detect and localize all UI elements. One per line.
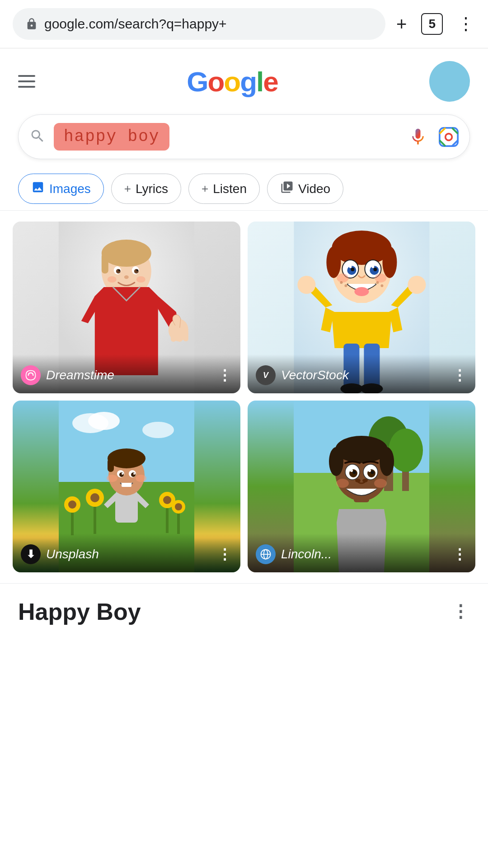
browser-menu-button[interactable]: ⋮ <box>457 19 475 29</box>
svg-point-15 <box>136 276 145 283</box>
svg-point-72 <box>131 472 136 477</box>
svg-point-88 <box>380 447 394 476</box>
tab-listen-label: Listen <box>213 182 247 196</box>
image-grid: Dreamstime ⋮ <box>13 222 475 572</box>
images-tab-icon <box>31 180 45 197</box>
svg-point-87 <box>329 447 343 476</box>
hamburger-menu[interactable] <box>18 75 35 88</box>
svg-point-39 <box>371 265 374 268</box>
bottom-title-row: Happy Boy ⋮ <box>18 598 470 625</box>
tab-images-label: Images <box>49 182 91 196</box>
dreamstime-menu-button[interactable]: ⋮ <box>217 367 232 384</box>
unsplash-logo: ⬇ <box>21 544 41 564</box>
svg-point-10 <box>134 269 139 274</box>
user-avatar[interactable] <box>429 61 470 102</box>
svg-point-38 <box>349 265 352 268</box>
lyrics-tab-icon: + <box>124 182 131 196</box>
svg-rect-68 <box>108 458 114 472</box>
image-card-unsplash[interactable]: ⬇ Unsplash ⋮ <box>13 401 240 572</box>
unsplash-menu-button[interactable]: ⋮ <box>217 546 232 563</box>
google-logo: Google <box>187 66 278 98</box>
listen-tab-icon: + <box>202 182 208 196</box>
svg-point-30 <box>326 246 341 278</box>
svg-point-93 <box>353 471 356 474</box>
search-highlight: happy boy <box>54 123 169 151</box>
svg-point-12 <box>136 269 138 271</box>
tab-video-label: Video <box>298 182 330 196</box>
dreamstime-source-name: Dreamstime <box>46 368 114 382</box>
svg-point-43 <box>340 281 343 284</box>
svg-point-46 <box>380 284 383 287</box>
image-card-dreamstime[interactable]: Dreamstime ⋮ <box>13 222 240 393</box>
svg-point-50 <box>142 422 174 438</box>
svg-point-49 <box>88 412 120 430</box>
dreamstime-logo <box>21 365 41 385</box>
svg-point-11 <box>118 269 120 271</box>
address-text: google.com/search?q=happy+ <box>44 16 227 32</box>
tab-lyrics[interactable]: + Lyrics <box>111 174 181 204</box>
search-icons-right <box>408 127 459 147</box>
svg-point-14 <box>108 276 117 283</box>
svg-point-1 <box>446 133 452 140</box>
source-left-dreamstime: Dreamstime <box>21 365 114 385</box>
svg-rect-17 <box>171 329 176 342</box>
svg-rect-62 <box>177 514 180 534</box>
browser-actions: + 5 ⋮ <box>396 13 475 35</box>
svg-rect-59 <box>166 508 169 533</box>
svg-point-96 <box>368 469 371 472</box>
svg-rect-56 <box>94 507 96 534</box>
new-tab-button[interactable]: + <box>396 14 407 34</box>
vectorstock-menu-button[interactable]: ⋮ <box>452 367 467 384</box>
lincoln-menu-button[interactable]: ⋮ <box>452 546 467 563</box>
source-left-vectorstock: V VectorStock <box>256 365 349 385</box>
svg-rect-6 <box>102 253 108 274</box>
bottom-title-text: Happy Boy <box>18 598 141 625</box>
tab-images[interactable]: Images <box>18 174 104 204</box>
image-card-lincoln[interactable]: Lincoln... ⋮ <box>248 401 475 572</box>
svg-point-98 <box>362 479 368 482</box>
image-section: Dreamstime ⋮ <box>0 211 488 572</box>
svg-point-36 <box>351 268 354 271</box>
svg-point-60 <box>163 496 171 504</box>
bottom-section: Happy Boy ⋮ <box>0 583 488 640</box>
svg-point-74 <box>133 473 135 475</box>
svg-point-97 <box>355 479 361 482</box>
svg-point-100 <box>374 479 387 488</box>
search-icon <box>29 128 46 146</box>
vectorstock-source-name: VectorStock <box>281 368 349 382</box>
card-source-dreamstime: Dreamstime ⋮ <box>13 354 240 393</box>
filter-tabs: Images + Lyrics + Listen Video <box>0 167 488 211</box>
unsplash-source-name: Unsplash <box>46 547 99 561</box>
lincoln-logo <box>256 544 276 564</box>
svg-point-63 <box>175 503 182 510</box>
image-card-vectorstock[interactable]: V VectorStock ⋮ <box>248 222 475 393</box>
svg-point-95 <box>350 469 353 472</box>
google-header: Google <box>0 48 488 110</box>
source-left-lincoln: Lincoln... <box>256 544 332 564</box>
svg-rect-75 <box>122 483 131 487</box>
video-tab-icon <box>280 180 294 197</box>
svg-point-77 <box>136 475 146 482</box>
tab-listen[interactable]: + Listen <box>188 174 260 204</box>
card-source-lincoln: Lincoln... ⋮ <box>248 533 475 572</box>
search-input[interactable]: happy boy <box>54 123 400 151</box>
search-bar[interactable]: happy boy <box>18 114 470 159</box>
svg-point-5 <box>102 240 151 267</box>
svg-point-37 <box>373 268 377 271</box>
camera-lens-icon[interactable] <box>439 127 459 147</box>
lock-icon <box>25 18 38 30</box>
svg-point-99 <box>336 479 349 488</box>
tab-video[interactable]: Video <box>267 174 343 204</box>
tab-count[interactable]: 5 <box>421 13 443 35</box>
microphone-icon[interactable] <box>408 127 428 147</box>
search-query-text: happy boy <box>64 127 160 146</box>
svg-point-71 <box>119 472 124 477</box>
svg-point-76 <box>107 475 117 482</box>
svg-point-57 <box>90 493 99 502</box>
svg-point-44 <box>344 284 347 287</box>
svg-point-54 <box>68 500 76 509</box>
search-section: happy boy <box>0 110 488 167</box>
svg-point-31 <box>382 246 397 278</box>
bottom-more-button[interactable]: ⋮ <box>452 607 470 617</box>
address-bar[interactable]: google.com/search?q=happy+ <box>13 8 385 40</box>
